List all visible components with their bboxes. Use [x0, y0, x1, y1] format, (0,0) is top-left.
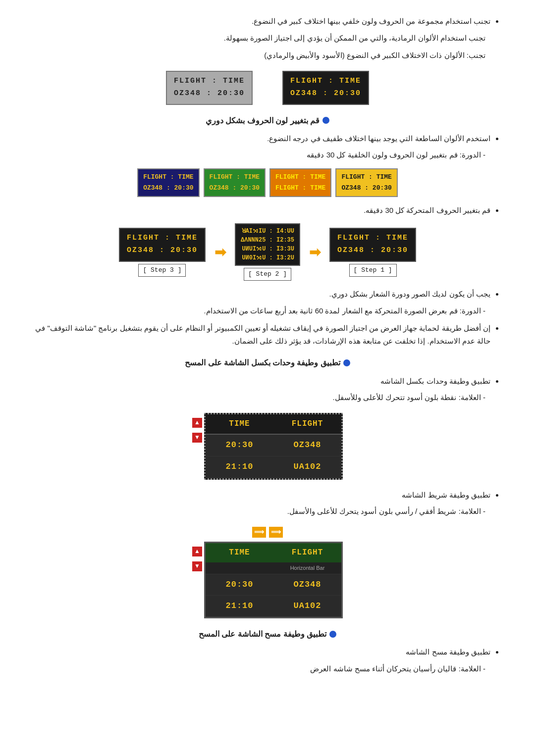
section1-bullet2: قم بتغيير الحروف المتحركة كل 30 دقيقه.: [30, 204, 490, 217]
orange-box-r2: FLIGHT : TIME: [275, 183, 325, 194]
dark-box-row1: FLIGHT : TIME: [290, 75, 361, 88]
light-box-row2: OZ348 : 20:30: [174, 87, 245, 100]
section4-bullet-list: تطبيق وطيفة مسح الشاشه: [30, 646, 505, 658]
orange-box: FLIGHT : TIME FLIGHT : TIME: [269, 168, 331, 197]
screen2-row2: UA102 21:10: [206, 595, 341, 617]
indent-1: تجنب استخدام الألوان الرمادية، والتي من …: [30, 32, 505, 45]
yellow-box-r2: OZ348 : 20:30: [341, 183, 391, 194]
step1-arrow: ➡: [309, 241, 321, 264]
page-content: تجنب استخدام مجموعة من الحروف ولون خلفي …: [30, 15, 505, 675]
screen1-r1-c2: 20:30: [206, 435, 273, 456]
step1-block: FLIGHT : TIME OZ348 : 20:30 [ Step 1 ]: [329, 228, 416, 277]
step2-label: [ Step 2 ]: [244, 268, 291, 281]
screen2-table: FLIGHT TIME Horizontal Bar OZ348 20:30 U…: [204, 542, 343, 619]
section1-bullet-list: استخدم الألوان الساطعة التي يوجد بينها ا…: [30, 132, 505, 145]
step1-label: [ Step 1 ]: [349, 264, 397, 277]
section1-bullet2-list: قم بتغيير الحروف المتحركة كل 30 دقيقه.: [30, 204, 505, 217]
step3-row1: FLIGHT : TIME: [127, 232, 198, 245]
step1-row2: OZ348 : 20:30: [337, 244, 408, 257]
scrambled-r1: ꓤAI꓁IU : I4:UU: [241, 227, 294, 236]
step2-arrow: ➡: [214, 241, 226, 264]
section2-title: تطبيق وطيفة وحدات بكسل الشاشة على المسح: [185, 356, 340, 369]
section1-indent2: - الدورة: قم بعرض الصورة المتحركة مع الش…: [30, 304, 505, 317]
step3-block: FLIGHT : TIME OZ348 : 20:30 [ Step 3 ]: [119, 228, 206, 277]
orange-box-r1: FLIGHT : TIME: [275, 172, 325, 183]
screen2-table-with-scroll: FLIGHT TIME Horizontal Bar OZ348 20:30 U…: [192, 542, 343, 619]
section2-bullet1: تطبيق وطيفة وحدات بكسل الشاشه: [30, 375, 490, 388]
section2-heading: تطبيق وطيفة وحدات بكسل الشاشة على المسح: [30, 356, 505, 369]
hbar-label-empty: [206, 562, 273, 574]
screen1-table: FLIGHT TIME OZ348 20:30 UA102 21:10: [204, 413, 343, 480]
scrambled-r4: UИ0I꓁U : I3:2U: [241, 253, 294, 262]
section1-bullet-1: استخدم الألوان الساطعة التي يوجد بينها ا…: [30, 132, 490, 145]
steps-row: FLIGHT : TIME OZ348 : 20:30 [ Step 1 ] ➡…: [30, 223, 505, 281]
section4-heading: تطبيق وطيفة مسح الشاشة على المسح: [30, 627, 505, 641]
scroll2-down-arrow: ▼: [192, 561, 202, 571]
light-box-row1: FLIGHT : TIME: [174, 75, 245, 88]
hbar-arrows: ⟹ ⟹: [192, 527, 343, 538]
blue-box-r1: FLIGHT : TIME: [143, 172, 193, 183]
screen1-col1-header: FLIGHT: [273, 414, 341, 434]
screen2-r1-c1: OZ348: [273, 574, 341, 596]
indent-2: تجنب: الألوان ذات الاختلاف الكبير في الن…: [30, 49, 505, 62]
yellow-box: FLIGHT : TIME OZ348 : 20:30: [335, 168, 397, 197]
section3-bullet1: تطبيق وطيفة شريط الشاشه: [30, 489, 490, 502]
step1-box: FLIGHT : TIME OZ348 : 20:30: [329, 228, 416, 262]
screen2-col1-header: FLIGHT: [273, 543, 341, 562]
section4-title: تطبيق وطيفة مسح الشاشة على المسح: [199, 627, 326, 641]
hbar-label-text: Horizontal Bar: [273, 562, 341, 574]
screen1-header: FLIGHT TIME: [206, 414, 341, 435]
scroll2-up-arrow: ▲: [192, 547, 202, 556]
screen2-r1-c2: 20:30: [206, 574, 273, 596]
screen1-r2-c2: 21:10: [206, 456, 273, 478]
section1-dot: [322, 117, 329, 124]
screen1-row1: OZ348 20:30: [206, 435, 341, 456]
step1-row1: FLIGHT : TIME: [337, 232, 408, 245]
bullet-1: تجنب استخدام مجموعة من الحروف ولون خلفي …: [30, 15, 490, 28]
green-box-r1: FLIGHT : TIME: [210, 172, 260, 183]
section1-bullet-img: يجب أن يكون لديك الصور ودورة الشعار بشكل…: [30, 288, 490, 301]
screen2-outer: ⟹ ⟹ FLIGHT TIME Horizontal Bar OZ348 20:…: [192, 527, 343, 619]
step3-label: [ Step 3 ]: [138, 264, 186, 277]
dark-box-row2: OZ348 : 20:30: [290, 87, 361, 100]
light-flight-box: FLIGHT : TIME OZ348 : 20:30: [166, 71, 253, 105]
scroll-down-arrow: ▼: [192, 433, 202, 443]
section3-indent: - العلامة: شريط أفقي / رأسي بلون أسود يت…: [30, 505, 505, 518]
top-bullets-section: تجنب استخدام مجموعة من الحروف ولون خلفي …: [30, 15, 505, 62]
screen1-scrollbar: ▲ ▼: [192, 413, 202, 443]
step3-row2: OZ348 : 20:30: [127, 244, 198, 257]
hbar-arrow-right: ⟹: [252, 527, 266, 538]
section4-dot: [329, 631, 336, 638]
yellow-box-r1: FLIGHT : TIME: [341, 172, 391, 183]
scroll-up-arrow: ▲: [192, 418, 202, 428]
section2-indent: - العلامة: نقطة بلون أسود تتحرك للأعلى و…: [30, 391, 505, 404]
four-color-boxes: FLIGHT : TIME OZ348 : 20:30 FLIGHT : TIM…: [30, 168, 505, 197]
section1-heading: قم بتغيير لون الحروف بشكل دوري: [30, 114, 505, 127]
section4-indent: - العلامة: قاليان رأسيان يتحركان أثناء م…: [30, 662, 505, 675]
hbar-arrow-left: ⟹: [269, 527, 283, 538]
section4-bullet1: تطبيق وطيفة مسح الشاشه: [30, 646, 490, 658]
screen1-row2: UA102 21:10: [206, 456, 341, 478]
top-bullet-list: تجنب استخدام مجموعة من الحروف ولون خلفي …: [30, 15, 505, 28]
hbar-label-row: Horizontal Bar: [206, 562, 341, 574]
screen1-col2-header: TIME: [206, 414, 273, 434]
screen2-demo: ⟹ ⟹ FLIGHT TIME Horizontal Bar OZ348 20:…: [30, 527, 505, 619]
blue-box-r2: OZ348 : 20:30: [143, 183, 193, 194]
section3-bullet-list: تطبيق وطيفة شريط الشاشه: [30, 489, 505, 502]
section1-bullet2-list2: يجب أن يكون لديك الصور ودورة الشعار بشكل…: [30, 288, 505, 301]
green-box-r2: OZ348 : 20:30: [210, 183, 260, 194]
scrambled-r2: ΔΛNNN25 : I2:35: [241, 236, 294, 245]
screen2-col2-header: TIME: [206, 543, 273, 562]
dark-flight-box: FLIGHT : TIME OZ348 : 20:30: [282, 71, 369, 105]
screen1-with-scroll: FLIGHT TIME OZ348 20:30 UA102 21:10 ▲ ▼: [192, 413, 343, 480]
comparison-boxes: FLIGHT : TIME OZ348 : 20:30 FLIGHT : TIM…: [30, 71, 505, 105]
section1-bullet3: إن أفضل طريقة لحماية جهاز العرض من اجتيا…: [30, 322, 490, 347]
section1-title: قم بتغيير لون الحروف بشكل دوري: [206, 114, 320, 127]
screen1-demo: FLIGHT TIME OZ348 20:30 UA102 21:10 ▲ ▼: [30, 413, 505, 480]
section2-bullet-list: تطبيق وطيفة وحدات بكسل الشاشه: [30, 375, 505, 388]
screen2-r2-c1: UA102: [273, 595, 341, 617]
step2-scrambled-box: ꓤAI꓁IU : I4:UU ΔΛNNN25 : I2:35 UИUI꓁U : …: [235, 223, 300, 266]
step3-box: FLIGHT : TIME OZ348 : 20:30: [119, 228, 206, 262]
scrambled-r3: UИUI꓁U : I3:3U: [241, 245, 294, 253]
screen1-r1-c1: OZ348: [273, 435, 341, 456]
